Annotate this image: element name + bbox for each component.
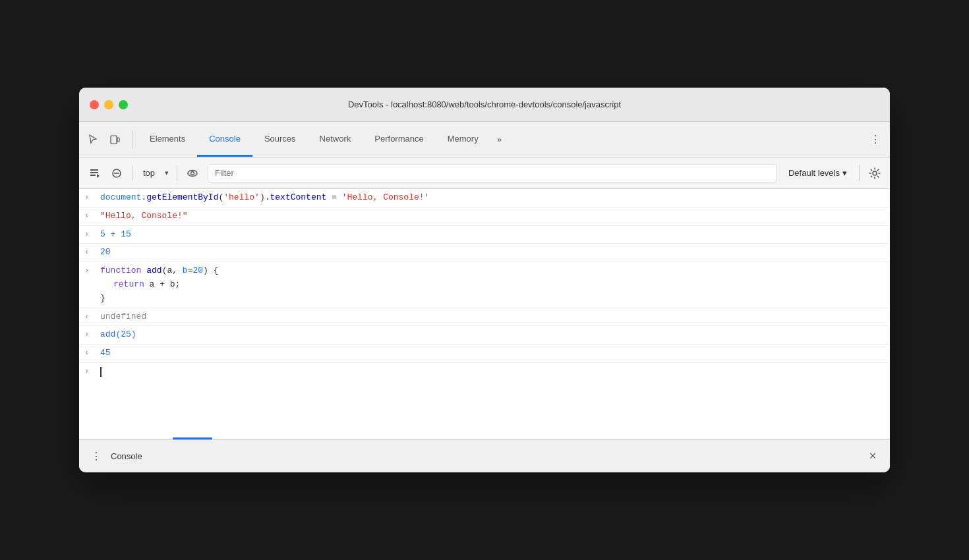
cursor [100,367,102,377]
tabs: Elements Console Sources Network Perform… [138,122,866,157]
console-content-5: function add(a, b=20) { return a + b; } [100,264,885,305]
bottom-bar-label: Console [111,451,142,461]
traffic-lights [90,100,128,109]
more-options-icon[interactable]: ⋮ [866,130,885,149]
arrow-left-icon-8: ‹ [84,347,98,360]
filter-input[interactable] [208,164,777,182]
toolbar-divider-2 [177,165,177,181]
context-select-wrapper: top ▾ [138,165,171,181]
arrow-right-icon-1[interactable]: › [84,192,98,204]
console-toolbar: top ▾ Default levels ▾ [79,157,890,189]
console-content-3: 5 + 15 [100,228,885,242]
title-bar: DevTools - localhost:8080/web/tools/chro… [79,88,890,122]
input-arrow-icon: › [84,366,98,378]
console-line-1: › document.getElementById('hello').textC… [79,189,890,208]
console-line-5: › function add(a, b=20) { return a + b; … [79,262,890,308]
console-line-2: ‹ "Hello, Console!" [79,208,890,226]
tab-bar-right: ⋮ [866,130,885,149]
levels-arrow-icon: ▾ [842,168,847,178]
eye-icon-button[interactable] [183,163,202,183]
console-output: › document.getElementById('hello').textC… [79,189,890,439]
bottom-bar: ⋮ Console × [79,439,890,472]
devtools-window: DevTools - localhost:8080/web/tools/chro… [79,88,890,472]
tab-sources[interactable]: Sources [252,122,308,157]
toolbar-divider-1 [132,165,132,181]
arrow-left-icon-4: ‹ [84,246,98,259]
tab-memory[interactable]: Memory [436,122,490,157]
console-content-7: add(25) [100,328,885,342]
svg-rect-0 [111,136,117,144]
filter-input-wrapper [208,164,777,182]
close-button[interactable] [90,100,99,109]
tab-elements[interactable]: Elements [138,122,197,157]
console-input-line[interactable]: › [79,363,890,381]
svg-rect-1 [117,138,119,142]
svg-rect-4 [90,175,96,176]
arrow-left-icon-6: ‹ [84,311,98,323]
window-title: DevTools - localhost:8080/web/tools/chro… [348,99,621,109]
tab-network[interactable]: Network [308,122,363,157]
arrow-right-icon-7[interactable]: › [84,329,98,341]
bottom-bar-dots-icon[interactable]: ⋮ [87,447,105,466]
arrow-right-icon-3[interactable]: › [84,229,98,241]
svg-point-9 [191,171,194,175]
tab-more-button[interactable]: » [490,130,509,149]
clear-console-button[interactable] [84,163,104,183]
console-line-6: ‹ undefined [79,308,890,327]
svg-rect-3 [90,172,98,173]
toolbar-divider-3 [859,165,860,181]
console-content-2: "Hello, Console!" [100,210,885,223]
toolbar-icons [84,130,132,149]
maximize-button[interactable] [119,100,128,109]
svg-point-10 [873,171,877,175]
no-entry-button[interactable] [107,163,127,183]
console-line-7: › add(25) [79,326,890,345]
device-icon[interactable] [105,130,124,149]
console-content-6: undefined [100,310,885,324]
context-select[interactable]: top [138,165,171,181]
console-line-4: ‹ 20 [79,244,890,262]
close-panel-button[interactable]: × [864,447,882,466]
svg-rect-2 [90,169,98,171]
active-tab-underline [173,437,212,439]
arrow-left-icon-2: ‹ [84,210,98,223]
tab-bar: Elements Console Sources Network Perform… [79,122,890,157]
console-line-3: › 5 + 15 [79,226,890,244]
console-content-8: 45 [100,347,885,360]
console-content-1: document.getElementById('hello').textCon… [100,191,885,205]
svg-marker-5 [97,174,100,178]
minimize-button[interactable] [104,100,113,109]
settings-button[interactable] [865,163,885,183]
tab-console[interactable]: Console [197,122,252,157]
cursor-icon[interactable] [84,130,103,149]
levels-button[interactable]: Default levels ▾ [782,165,854,181]
tab-performance[interactable]: Performance [363,122,435,157]
console-line-8: ‹ 45 [79,345,890,363]
arrow-right-icon-5[interactable]: › [84,265,98,277]
console-content-4: 20 [100,246,885,260]
